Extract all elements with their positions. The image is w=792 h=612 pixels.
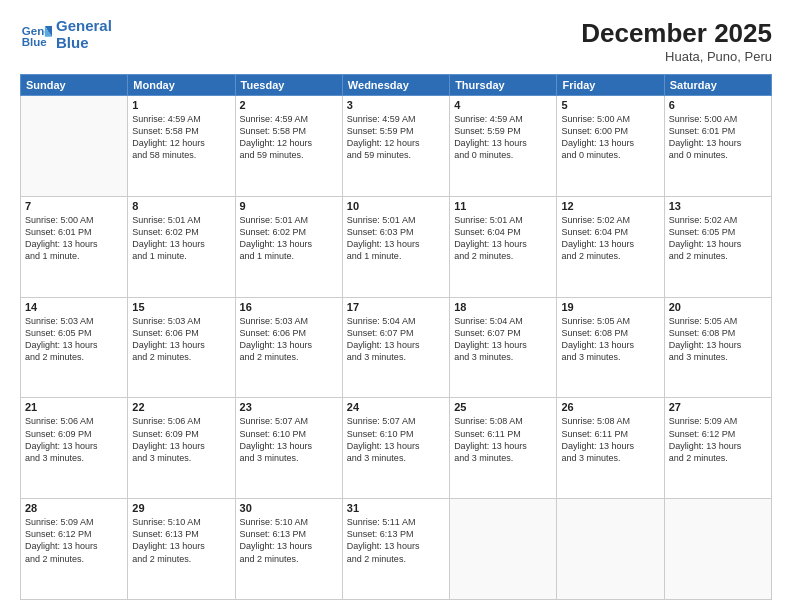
day-number: 21 (25, 401, 123, 413)
day-info: Sunrise: 5:06 AMSunset: 6:09 PMDaylight:… (25, 415, 123, 464)
day-info: Sunrise: 5:03 AMSunset: 6:06 PMDaylight:… (240, 315, 338, 364)
day-number: 28 (25, 502, 123, 514)
day-header-friday: Friday (557, 75, 664, 96)
day-info: Sunrise: 5:01 AMSunset: 6:04 PMDaylight:… (454, 214, 552, 263)
day-number: 6 (669, 99, 767, 111)
day-number: 2 (240, 99, 338, 111)
calendar-cell: 23Sunrise: 5:07 AMSunset: 6:10 PMDayligh… (235, 398, 342, 499)
day-info: Sunrise: 5:06 AMSunset: 6:09 PMDaylight:… (132, 415, 230, 464)
day-number: 12 (561, 200, 659, 212)
day-number: 29 (132, 502, 230, 514)
day-header-sunday: Sunday (21, 75, 128, 96)
calendar-cell: 25Sunrise: 5:08 AMSunset: 6:11 PMDayligh… (450, 398, 557, 499)
logo-icon: General Blue (20, 19, 52, 51)
day-number: 4 (454, 99, 552, 111)
page: General Blue General Blue December 2025 … (0, 0, 792, 612)
week-row-1: 1Sunrise: 4:59 AMSunset: 5:58 PMDaylight… (21, 96, 772, 197)
day-info: Sunrise: 5:04 AMSunset: 6:07 PMDaylight:… (347, 315, 445, 364)
calendar-cell: 3Sunrise: 4:59 AMSunset: 5:59 PMDaylight… (342, 96, 449, 197)
week-row-3: 14Sunrise: 5:03 AMSunset: 6:05 PMDayligh… (21, 297, 772, 398)
day-info: Sunrise: 5:07 AMSunset: 6:10 PMDaylight:… (347, 415, 445, 464)
location: Huata, Puno, Peru (581, 49, 772, 64)
day-info: Sunrise: 5:00 AMSunset: 6:00 PMDaylight:… (561, 113, 659, 162)
day-info: Sunrise: 5:01 AMSunset: 6:02 PMDaylight:… (132, 214, 230, 263)
day-number: 1 (132, 99, 230, 111)
day-number: 7 (25, 200, 123, 212)
calendar-cell: 28Sunrise: 5:09 AMSunset: 6:12 PMDayligh… (21, 499, 128, 600)
calendar-cell: 18Sunrise: 5:04 AMSunset: 6:07 PMDayligh… (450, 297, 557, 398)
calendar-cell: 4Sunrise: 4:59 AMSunset: 5:59 PMDaylight… (450, 96, 557, 197)
day-info: Sunrise: 5:10 AMSunset: 6:13 PMDaylight:… (132, 516, 230, 565)
day-number: 16 (240, 301, 338, 313)
calendar-cell: 31Sunrise: 5:11 AMSunset: 6:13 PMDayligh… (342, 499, 449, 600)
calendar-cell: 8Sunrise: 5:01 AMSunset: 6:02 PMDaylight… (128, 196, 235, 297)
day-header-thursday: Thursday (450, 75, 557, 96)
day-number: 10 (347, 200, 445, 212)
calendar-cell: 10Sunrise: 5:01 AMSunset: 6:03 PMDayligh… (342, 196, 449, 297)
month-year: December 2025 (581, 18, 772, 49)
week-row-4: 21Sunrise: 5:06 AMSunset: 6:09 PMDayligh… (21, 398, 772, 499)
calendar-cell: 24Sunrise: 5:07 AMSunset: 6:10 PMDayligh… (342, 398, 449, 499)
day-info: Sunrise: 5:00 AMSunset: 6:01 PMDaylight:… (669, 113, 767, 162)
day-number: 19 (561, 301, 659, 313)
header: General Blue General Blue December 2025 … (20, 18, 772, 64)
day-info: Sunrise: 5:02 AMSunset: 6:04 PMDaylight:… (561, 214, 659, 263)
calendar-cell (450, 499, 557, 600)
calendar-cell: 16Sunrise: 5:03 AMSunset: 6:06 PMDayligh… (235, 297, 342, 398)
day-info: Sunrise: 5:05 AMSunset: 6:08 PMDaylight:… (561, 315, 659, 364)
svg-text:Blue: Blue (22, 35, 48, 47)
day-info: Sunrise: 5:00 AMSunset: 6:01 PMDaylight:… (25, 214, 123, 263)
day-number: 25 (454, 401, 552, 413)
calendar-cell (664, 499, 771, 600)
logo-text-line2: Blue (56, 35, 112, 52)
calendar-cell: 12Sunrise: 5:02 AMSunset: 6:04 PMDayligh… (557, 196, 664, 297)
calendar-cell: 11Sunrise: 5:01 AMSunset: 6:04 PMDayligh… (450, 196, 557, 297)
day-number: 27 (669, 401, 767, 413)
calendar-cell: 21Sunrise: 5:06 AMSunset: 6:09 PMDayligh… (21, 398, 128, 499)
day-info: Sunrise: 5:05 AMSunset: 6:08 PMDaylight:… (669, 315, 767, 364)
day-number: 18 (454, 301, 552, 313)
calendar-cell: 1Sunrise: 4:59 AMSunset: 5:58 PMDaylight… (128, 96, 235, 197)
day-info: Sunrise: 5:08 AMSunset: 6:11 PMDaylight:… (561, 415, 659, 464)
calendar-table: SundayMondayTuesdayWednesdayThursdayFrid… (20, 74, 772, 600)
calendar-cell: 9Sunrise: 5:01 AMSunset: 6:02 PMDaylight… (235, 196, 342, 297)
day-number: 31 (347, 502, 445, 514)
day-header-tuesday: Tuesday (235, 75, 342, 96)
day-number: 3 (347, 99, 445, 111)
day-info: Sunrise: 5:03 AMSunset: 6:05 PMDaylight:… (25, 315, 123, 364)
day-info: Sunrise: 5:10 AMSunset: 6:13 PMDaylight:… (240, 516, 338, 565)
day-number: 30 (240, 502, 338, 514)
week-row-5: 28Sunrise: 5:09 AMSunset: 6:12 PMDayligh… (21, 499, 772, 600)
day-info: Sunrise: 5:01 AMSunset: 6:03 PMDaylight:… (347, 214, 445, 263)
day-info: Sunrise: 5:08 AMSunset: 6:11 PMDaylight:… (454, 415, 552, 464)
day-info: Sunrise: 5:09 AMSunset: 6:12 PMDaylight:… (669, 415, 767, 464)
day-number: 20 (669, 301, 767, 313)
day-number: 26 (561, 401, 659, 413)
calendar-cell: 22Sunrise: 5:06 AMSunset: 6:09 PMDayligh… (128, 398, 235, 499)
day-info: Sunrise: 5:02 AMSunset: 6:05 PMDaylight:… (669, 214, 767, 263)
calendar-cell: 5Sunrise: 5:00 AMSunset: 6:00 PMDaylight… (557, 96, 664, 197)
calendar-cell: 26Sunrise: 5:08 AMSunset: 6:11 PMDayligh… (557, 398, 664, 499)
calendar-cell: 30Sunrise: 5:10 AMSunset: 6:13 PMDayligh… (235, 499, 342, 600)
calendar-cell: 7Sunrise: 5:00 AMSunset: 6:01 PMDaylight… (21, 196, 128, 297)
calendar-cell: 27Sunrise: 5:09 AMSunset: 6:12 PMDayligh… (664, 398, 771, 499)
day-info: Sunrise: 5:01 AMSunset: 6:02 PMDaylight:… (240, 214, 338, 263)
day-number: 13 (669, 200, 767, 212)
day-number: 23 (240, 401, 338, 413)
day-number: 24 (347, 401, 445, 413)
logo: General Blue General Blue (20, 18, 112, 51)
day-number: 17 (347, 301, 445, 313)
calendar-cell: 20Sunrise: 5:05 AMSunset: 6:08 PMDayligh… (664, 297, 771, 398)
calendar-cell: 19Sunrise: 5:05 AMSunset: 6:08 PMDayligh… (557, 297, 664, 398)
day-info: Sunrise: 4:59 AMSunset: 5:59 PMDaylight:… (347, 113, 445, 162)
day-number: 9 (240, 200, 338, 212)
day-info: Sunrise: 5:03 AMSunset: 6:06 PMDaylight:… (132, 315, 230, 364)
logo-text-line1: General (56, 18, 112, 35)
day-info: Sunrise: 5:07 AMSunset: 6:10 PMDaylight:… (240, 415, 338, 464)
week-row-2: 7Sunrise: 5:00 AMSunset: 6:01 PMDaylight… (21, 196, 772, 297)
day-info: Sunrise: 4:59 AMSunset: 5:59 PMDaylight:… (454, 113, 552, 162)
day-info: Sunrise: 4:59 AMSunset: 5:58 PMDaylight:… (240, 113, 338, 162)
title-block: December 2025 Huata, Puno, Peru (581, 18, 772, 64)
day-number: 5 (561, 99, 659, 111)
calendar-cell: 13Sunrise: 5:02 AMSunset: 6:05 PMDayligh… (664, 196, 771, 297)
